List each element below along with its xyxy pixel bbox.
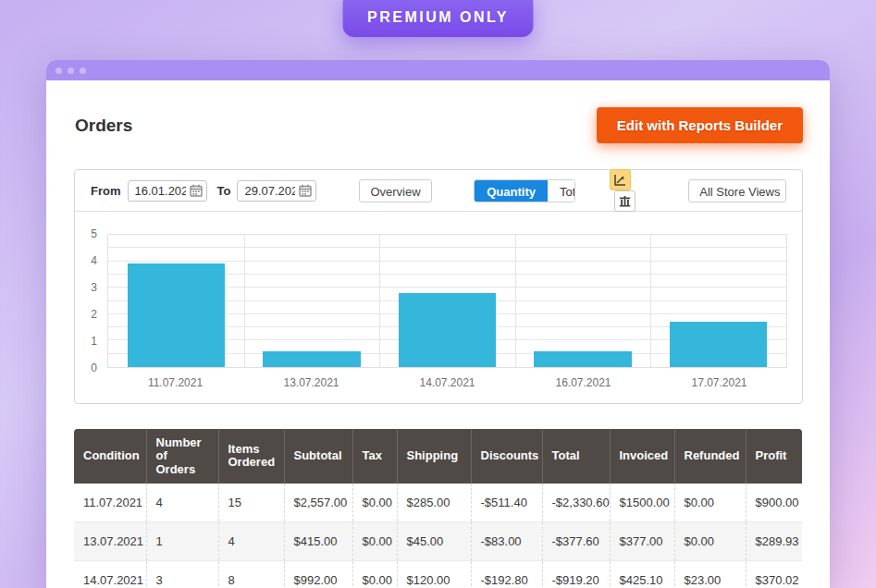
orders-report-table: ConditionNumber of OrdersItems OrderedSu… <box>74 429 802 588</box>
orders-bar-chart: 012345 11.07.202113.07.202114.07.202116.… <box>75 212 802 403</box>
y-tick-label: 0 <box>91 361 97 374</box>
line-chart-icon <box>614 174 626 186</box>
chart-bar[interactable] <box>128 263 226 367</box>
table-cell: 4 <box>218 522 284 561</box>
column-header: Total <box>542 429 610 484</box>
x-tick-label: 17.07.2021 <box>651 376 787 389</box>
to-label: To <box>217 184 231 198</box>
report-panel: From To Overview Quantity Total <box>74 169 803 404</box>
chart-bar[interactable] <box>399 293 497 367</box>
table-cell: $992.00 <box>284 561 352 588</box>
table-cell: $120.00 <box>397 561 471 588</box>
chart-x-axis: 11.07.202113.07.202114.07.202116.07.2021… <box>107 376 787 389</box>
app-window: Orders Edit with Reports Builder From To… <box>46 60 830 588</box>
filter-bar: From To Overview Quantity Total <box>75 170 802 212</box>
table-cell: -$2,330.60 <box>542 484 610 522</box>
table-cell: $0.00 <box>352 561 397 588</box>
y-tick-label: 3 <box>91 281 97 294</box>
table-cell: 8 <box>218 561 284 588</box>
bar-column <box>515 235 651 367</box>
chart-bar[interactable] <box>670 322 768 367</box>
table-cell: $289.93 <box>746 522 802 561</box>
table-cell: 14.07.2021 <box>74 561 146 588</box>
bar-chart-button[interactable] <box>614 190 635 212</box>
table-cell: -$377.60 <box>542 522 610 561</box>
table-cell: $900.00 <box>746 484 802 522</box>
from-label: From <box>91 184 121 198</box>
y-tick-label: 2 <box>91 308 97 321</box>
column-header: Condition <box>74 429 146 484</box>
table-cell: $285.00 <box>397 484 471 522</box>
window-dot-icon <box>80 67 86 74</box>
table-row: 11.07.2021415$2,557.00$0.00$285.00-$511.… <box>74 484 802 522</box>
y-tick-label: 1 <box>91 335 97 348</box>
column-header: Invoiced <box>610 429 674 484</box>
table-cell: -$511.40 <box>471 484 542 522</box>
chart-bar[interactable] <box>263 351 361 367</box>
line-chart-button[interactable] <box>610 169 631 190</box>
calendar-icon[interactable] <box>190 184 203 197</box>
table-cell: $415.00 <box>284 522 352 561</box>
x-tick-label: 14.07.2021 <box>379 376 515 389</box>
premium-only-badge: PREMIUM ONLY <box>342 0 534 37</box>
table-cell: $45.00 <box>397 522 471 561</box>
window-content: Orders Edit with Reports Builder From To… <box>46 80 830 588</box>
chart-y-axis: 012345 <box>75 234 107 368</box>
store-views-select[interactable]: All Store Views <box>688 179 786 202</box>
table-cell: $2,557.00 <box>284 484 352 522</box>
table-row: 13.07.202114$415.00$0.00$45.00-$83.00-$3… <box>74 522 802 561</box>
table-cell: $0.00 <box>352 522 397 561</box>
quantity-toggle-button[interactable]: Quantity <box>475 180 548 202</box>
window-dot-icon <box>68 67 74 74</box>
table-cell: $370.02 <box>746 561 802 588</box>
table-header-row: ConditionNumber of OrdersItems OrderedSu… <box>74 429 802 484</box>
calendar-icon[interactable] <box>299 184 312 197</box>
x-tick-label: 13.07.2021 <box>243 376 379 389</box>
table-cell: 13.07.2021 <box>74 522 146 561</box>
table-cell: 3 <box>146 561 218 588</box>
x-tick-label: 11.07.2021 <box>107 376 243 389</box>
table-cell: $377.00 <box>610 522 674 561</box>
table-cell: $0.00 <box>674 484 746 522</box>
period-select[interactable]: Overview <box>359 179 432 202</box>
table-cell: $0.00 <box>674 522 746 561</box>
bar-column <box>379 235 515 367</box>
bar-column <box>108 235 244 367</box>
total-toggle-button[interactable]: Total <box>548 180 575 202</box>
table-cell: 15 <box>218 484 284 522</box>
column-header: Profit <box>746 429 802 484</box>
chart-bar[interactable] <box>534 351 632 367</box>
table-cell: 4 <box>146 484 218 522</box>
chevron-down-icon <box>431 180 433 202</box>
column-header: Number of Orders <box>146 429 218 484</box>
window-dot-icon <box>56 67 62 74</box>
column-header: Tax <box>352 429 397 484</box>
column-header: Shipping <box>397 429 471 484</box>
table-cell: $23.00 <box>674 561 746 588</box>
bar-column <box>650 235 786 367</box>
y-tick-label: 4 <box>91 254 97 267</box>
table-cell: -$919.20 <box>542 561 610 588</box>
store-views-select-value: All Store Views <box>689 180 786 202</box>
table-cell: -$192.80 <box>471 561 542 588</box>
column-header: Discounts <box>471 429 542 484</box>
window-titlebar <box>46 60 830 80</box>
table-cell: 11.07.2021 <box>74 484 146 522</box>
page-title: Orders <box>75 116 132 136</box>
period-select-value: Overview <box>360 180 430 202</box>
table-cell: $1500.00 <box>610 484 674 522</box>
edit-with-reports-builder-button[interactable]: Edit with Reports Builder <box>597 107 803 143</box>
y-tick-label: 5 <box>91 227 97 240</box>
table-cell: $425.10 <box>610 561 674 588</box>
x-tick-label: 16.07.2021 <box>515 376 651 389</box>
table-row: 14.07.202138$992.00$0.00$120.00-$192.80-… <box>74 561 802 588</box>
chart-plot-area <box>107 234 787 368</box>
bar-column <box>244 235 380 367</box>
column-header: Subtotal <box>284 429 352 484</box>
column-header: Items Ordered <box>218 429 284 484</box>
table-cell: 1 <box>146 522 218 561</box>
metric-toggle: Quantity Total <box>474 179 575 202</box>
bar-chart-icon <box>619 195 631 207</box>
table-cell: $0.00 <box>352 484 397 522</box>
table-cell: -$83.00 <box>471 522 542 561</box>
